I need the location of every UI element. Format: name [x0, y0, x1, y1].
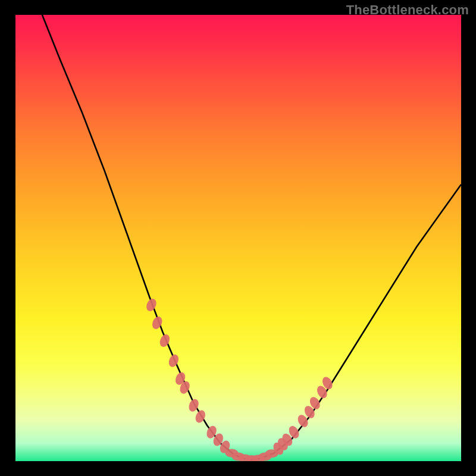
marker-cluster-right — [271, 375, 334, 457]
data-marker — [145, 297, 158, 312]
data-marker — [167, 353, 181, 368]
bottleneck-chart — [15, 15, 461, 461]
marker-cluster-bottom — [225, 449, 278, 462]
marker-cluster-left — [145, 297, 231, 455]
bottleneck-curve-path — [42, 15, 461, 460]
chart-frame — [15, 15, 461, 461]
